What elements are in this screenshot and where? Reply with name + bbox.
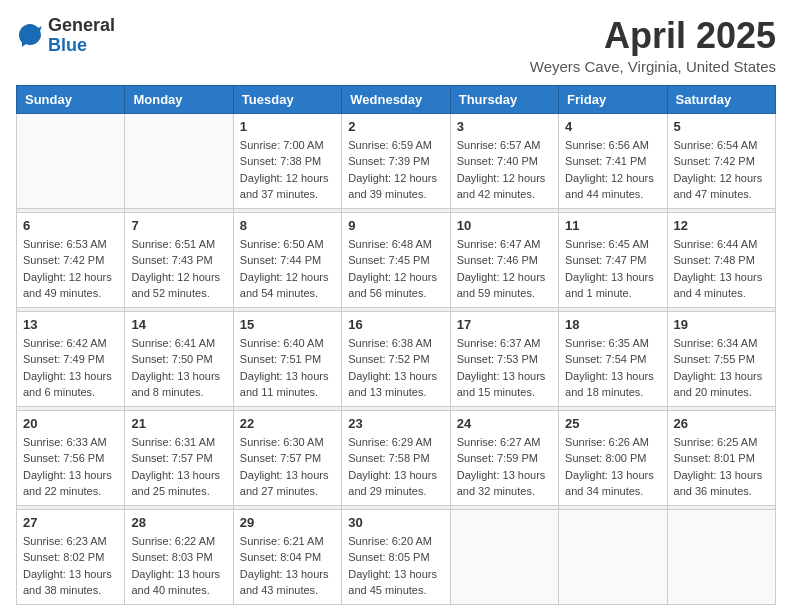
day-number: 14 <box>131 317 226 332</box>
calendar-cell: 21Sunrise: 6:31 AM Sunset: 7:57 PM Dayli… <box>125 410 233 505</box>
calendar-cell: 6Sunrise: 6:53 AM Sunset: 7:42 PM Daylig… <box>17 212 125 307</box>
day-info: Sunrise: 6:59 AM Sunset: 7:39 PM Dayligh… <box>348 137 443 203</box>
day-number: 11 <box>565 218 660 233</box>
calendar-cell: 4Sunrise: 6:56 AM Sunset: 7:41 PM Daylig… <box>559 113 667 208</box>
calendar-cell <box>450 509 558 604</box>
day-info: Sunrise: 6:29 AM Sunset: 7:58 PM Dayligh… <box>348 434 443 500</box>
day-info: Sunrise: 6:51 AM Sunset: 7:43 PM Dayligh… <box>131 236 226 302</box>
day-number: 13 <box>23 317 118 332</box>
day-number: 12 <box>674 218 769 233</box>
calendar-week-row: 6Sunrise: 6:53 AM Sunset: 7:42 PM Daylig… <box>17 212 776 307</box>
calendar-week-row: 27Sunrise: 6:23 AM Sunset: 8:02 PM Dayli… <box>17 509 776 604</box>
calendar-cell: 23Sunrise: 6:29 AM Sunset: 7:58 PM Dayli… <box>342 410 450 505</box>
day-info: Sunrise: 6:50 AM Sunset: 7:44 PM Dayligh… <box>240 236 335 302</box>
title-area: April 2025 Weyers Cave, Virginia, United… <box>530 16 776 75</box>
day-number: 5 <box>674 119 769 134</box>
day-number: 3 <box>457 119 552 134</box>
calendar-cell: 27Sunrise: 6:23 AM Sunset: 8:02 PM Dayli… <box>17 509 125 604</box>
calendar-cell: 10Sunrise: 6:47 AM Sunset: 7:46 PM Dayli… <box>450 212 558 307</box>
day-number: 15 <box>240 317 335 332</box>
day-number: 6 <box>23 218 118 233</box>
calendar-cell: 17Sunrise: 6:37 AM Sunset: 7:53 PM Dayli… <box>450 311 558 406</box>
day-number: 1 <box>240 119 335 134</box>
day-number: 21 <box>131 416 226 431</box>
logo-general: General <box>48 16 115 36</box>
calendar-cell: 30Sunrise: 6:20 AM Sunset: 8:05 PM Dayli… <box>342 509 450 604</box>
calendar-cell: 12Sunrise: 6:44 AM Sunset: 7:48 PM Dayli… <box>667 212 775 307</box>
day-info: Sunrise: 7:00 AM Sunset: 7:38 PM Dayligh… <box>240 137 335 203</box>
day-info: Sunrise: 6:33 AM Sunset: 7:56 PM Dayligh… <box>23 434 118 500</box>
day-info: Sunrise: 6:20 AM Sunset: 8:05 PM Dayligh… <box>348 533 443 599</box>
calendar-cell: 28Sunrise: 6:22 AM Sunset: 8:03 PM Dayli… <box>125 509 233 604</box>
calendar: SundayMondayTuesdayWednesdayThursdayFrid… <box>16 85 776 605</box>
calendar-cell <box>17 113 125 208</box>
logo-text: General Blue <box>48 16 115 56</box>
calendar-header-row: SundayMondayTuesdayWednesdayThursdayFrid… <box>17 85 776 113</box>
calendar-cell: 14Sunrise: 6:41 AM Sunset: 7:50 PM Dayli… <box>125 311 233 406</box>
calendar-header-wednesday: Wednesday <box>342 85 450 113</box>
calendar-cell: 3Sunrise: 6:57 AM Sunset: 7:40 PM Daylig… <box>450 113 558 208</box>
calendar-cell: 7Sunrise: 6:51 AM Sunset: 7:43 PM Daylig… <box>125 212 233 307</box>
day-info: Sunrise: 6:40 AM Sunset: 7:51 PM Dayligh… <box>240 335 335 401</box>
day-info: Sunrise: 6:22 AM Sunset: 8:03 PM Dayligh… <box>131 533 226 599</box>
day-number: 20 <box>23 416 118 431</box>
day-number: 18 <box>565 317 660 332</box>
calendar-header-friday: Friday <box>559 85 667 113</box>
day-info: Sunrise: 6:56 AM Sunset: 7:41 PM Dayligh… <box>565 137 660 203</box>
day-number: 25 <box>565 416 660 431</box>
day-info: Sunrise: 6:23 AM Sunset: 8:02 PM Dayligh… <box>23 533 118 599</box>
calendar-cell: 20Sunrise: 6:33 AM Sunset: 7:56 PM Dayli… <box>17 410 125 505</box>
day-info: Sunrise: 6:53 AM Sunset: 7:42 PM Dayligh… <box>23 236 118 302</box>
calendar-header-thursday: Thursday <box>450 85 558 113</box>
day-number: 4 <box>565 119 660 134</box>
day-number: 26 <box>674 416 769 431</box>
page-header: General Blue April 2025 Weyers Cave, Vir… <box>16 16 776 75</box>
day-info: Sunrise: 6:54 AM Sunset: 7:42 PM Dayligh… <box>674 137 769 203</box>
calendar-cell: 18Sunrise: 6:35 AM Sunset: 7:54 PM Dayli… <box>559 311 667 406</box>
day-info: Sunrise: 6:31 AM Sunset: 7:57 PM Dayligh… <box>131 434 226 500</box>
day-info: Sunrise: 6:41 AM Sunset: 7:50 PM Dayligh… <box>131 335 226 401</box>
day-number: 27 <box>23 515 118 530</box>
calendar-week-row: 20Sunrise: 6:33 AM Sunset: 7:56 PM Dayli… <box>17 410 776 505</box>
calendar-cell <box>125 113 233 208</box>
day-number: 19 <box>674 317 769 332</box>
calendar-cell: 22Sunrise: 6:30 AM Sunset: 7:57 PM Dayli… <box>233 410 341 505</box>
day-info: Sunrise: 6:48 AM Sunset: 7:45 PM Dayligh… <box>348 236 443 302</box>
day-info: Sunrise: 6:37 AM Sunset: 7:53 PM Dayligh… <box>457 335 552 401</box>
calendar-cell: 11Sunrise: 6:45 AM Sunset: 7:47 PM Dayli… <box>559 212 667 307</box>
day-info: Sunrise: 6:47 AM Sunset: 7:46 PM Dayligh… <box>457 236 552 302</box>
day-info: Sunrise: 6:35 AM Sunset: 7:54 PM Dayligh… <box>565 335 660 401</box>
day-number: 2 <box>348 119 443 134</box>
day-info: Sunrise: 6:38 AM Sunset: 7:52 PM Dayligh… <box>348 335 443 401</box>
day-number: 24 <box>457 416 552 431</box>
day-number: 29 <box>240 515 335 530</box>
main-title: April 2025 <box>530 16 776 56</box>
calendar-header-sunday: Sunday <box>17 85 125 113</box>
calendar-cell: 16Sunrise: 6:38 AM Sunset: 7:52 PM Dayli… <box>342 311 450 406</box>
day-number: 30 <box>348 515 443 530</box>
day-info: Sunrise: 6:42 AM Sunset: 7:49 PM Dayligh… <box>23 335 118 401</box>
day-number: 28 <box>131 515 226 530</box>
calendar-header-saturday: Saturday <box>667 85 775 113</box>
day-number: 23 <box>348 416 443 431</box>
day-number: 10 <box>457 218 552 233</box>
day-info: Sunrise: 6:30 AM Sunset: 7:57 PM Dayligh… <box>240 434 335 500</box>
day-number: 7 <box>131 218 226 233</box>
logo-blue: Blue <box>48 36 115 56</box>
day-number: 16 <box>348 317 443 332</box>
day-info: Sunrise: 6:25 AM Sunset: 8:01 PM Dayligh… <box>674 434 769 500</box>
calendar-cell: 2Sunrise: 6:59 AM Sunset: 7:39 PM Daylig… <box>342 113 450 208</box>
subtitle: Weyers Cave, Virginia, United States <box>530 58 776 75</box>
calendar-cell <box>559 509 667 604</box>
calendar-cell: 8Sunrise: 6:50 AM Sunset: 7:44 PM Daylig… <box>233 212 341 307</box>
calendar-cell <box>667 509 775 604</box>
calendar-cell: 19Sunrise: 6:34 AM Sunset: 7:55 PM Dayli… <box>667 311 775 406</box>
day-info: Sunrise: 6:44 AM Sunset: 7:48 PM Dayligh… <box>674 236 769 302</box>
day-info: Sunrise: 6:21 AM Sunset: 8:04 PM Dayligh… <box>240 533 335 599</box>
calendar-header-tuesday: Tuesday <box>233 85 341 113</box>
calendar-cell: 26Sunrise: 6:25 AM Sunset: 8:01 PM Dayli… <box>667 410 775 505</box>
calendar-cell: 24Sunrise: 6:27 AM Sunset: 7:59 PM Dayli… <box>450 410 558 505</box>
day-number: 8 <box>240 218 335 233</box>
day-info: Sunrise: 6:34 AM Sunset: 7:55 PM Dayligh… <box>674 335 769 401</box>
day-number: 9 <box>348 218 443 233</box>
